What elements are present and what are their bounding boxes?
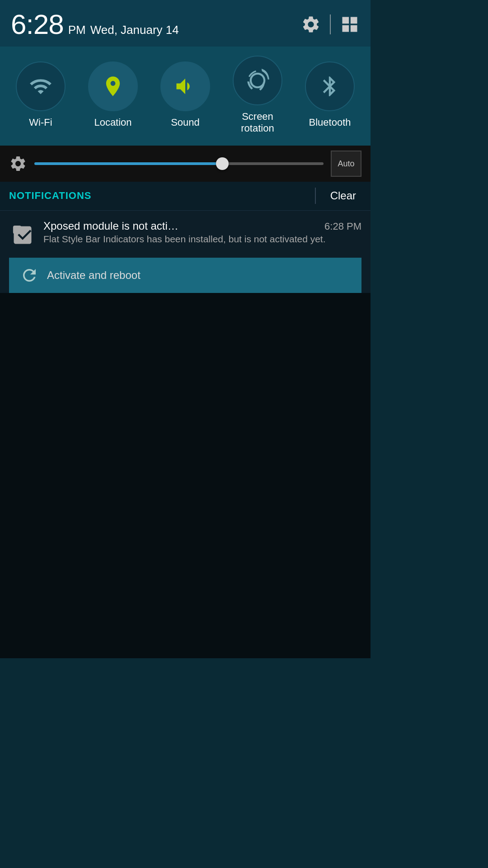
status-icons-group (301, 14, 360, 34)
notification-title-row: Xposed module is not acti… 6:28 PM (43, 220, 361, 232)
sound-toggle[interactable]: Sound (160, 61, 210, 128)
date-label: Wed, January 14 (90, 23, 179, 37)
sound-icon (174, 75, 197, 98)
notification-icon-area (9, 222, 36, 249)
brightness-track (34, 162, 324, 165)
location-label: Location (94, 117, 131, 128)
bluetooth-toggle-circle[interactable] (305, 61, 355, 111)
wifi-label: Wi-Fi (29, 117, 52, 128)
reboot-icon (20, 266, 39, 285)
notifications-separator (315, 188, 316, 204)
notification-title: Xposed module is not acti… (43, 220, 320, 232)
sound-toggle-circle[interactable] (160, 61, 210, 111)
screen-rotation-toggle-circle[interactable] (233, 56, 282, 105)
notification-body: Flat Style Bar Indicators has been insta… (43, 234, 326, 244)
wifi-icon (29, 75, 52, 98)
location-toggle[interactable]: Location (88, 61, 138, 128)
wifi-toggle[interactable]: Wi-Fi (16, 61, 66, 128)
location-toggle-circle[interactable] (88, 61, 138, 111)
bottom-area (0, 293, 371, 658)
bluetooth-icon (318, 75, 342, 98)
clock-ampm: PM (68, 23, 86, 37)
notifications-bar: NOTIFICATIONS Clear (0, 182, 371, 211)
activate-reboot-label: Activate and reboot (47, 269, 141, 282)
grid-icon[interactable] (340, 14, 360, 34)
status-bar: 6:28 PM Wed, January 14 (0, 0, 371, 47)
sound-label: Sound (171, 117, 200, 128)
notification-header: Xposed module is not acti… 6:28 PM Flat … (9, 220, 361, 256)
brightness-thumb[interactable] (216, 157, 229, 170)
settings-icon[interactable] (301, 14, 321, 34)
auto-brightness-label: Auto (338, 159, 354, 169)
brightness-row: Auto (0, 146, 371, 182)
screen-rotation-label: Screenrotation (241, 111, 274, 135)
wifi-toggle-circle[interactable] (16, 61, 66, 111)
screen-rotation-icon (246, 69, 269, 92)
brightness-settings-icon[interactable] (9, 155, 27, 173)
brightness-slider[interactable] (34, 162, 324, 165)
auto-brightness-button[interactable]: Auto (331, 151, 361, 177)
activate-reboot-button[interactable]: Activate and reboot (9, 258, 361, 293)
notification-content: Xposed module is not acti… 6:28 PM Flat … (43, 220, 361, 245)
location-icon (101, 75, 125, 98)
header-divider (330, 14, 331, 34)
notification-time: 6:28 PM (324, 221, 361, 232)
screen-rotation-toggle[interactable]: Screenrotation (233, 56, 282, 135)
clear-button[interactable]: Clear (325, 186, 361, 206)
xposed-module-icon (11, 223, 34, 247)
bluetooth-toggle[interactable]: Bluetooth (305, 61, 355, 128)
notification-card[interactable]: Xposed module is not acti… 6:28 PM Flat … (0, 211, 371, 293)
clock-time: 6:28 (11, 8, 64, 40)
notifications-header-label: NOTIFICATIONS (9, 190, 306, 202)
bluetooth-label: Bluetooth (309, 117, 351, 128)
status-time-group: 6:28 PM Wed, January 14 (11, 8, 179, 40)
quick-toggle-panel: Wi-Fi Location Sound Screenrotation (0, 47, 371, 146)
